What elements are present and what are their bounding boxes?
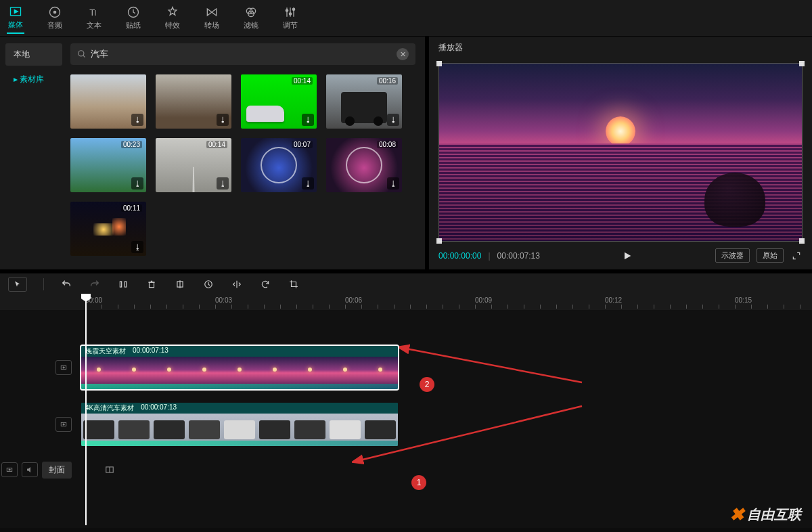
play-button[interactable] <box>622 250 633 261</box>
svg-marker-18 <box>625 252 631 259</box>
cover-button[interactable]: 封面 <box>42 462 72 479</box>
search-box[interactable]: ✕ <box>70 43 415 65</box>
sidebar-item-local[interactable]: 本地 <box>5 43 62 66</box>
resize-handle[interactable] <box>799 238 805 244</box>
ruler-mark: 00:09 <box>475 296 492 304</box>
adjust-icon <box>284 5 297 19</box>
ruler-mark: 00:12 <box>605 296 622 304</box>
timeline-clip-car[interactable]: 4K高清汽车素材00:00:07:13 <box>81 403 398 446</box>
duration-label: 00:14 <box>206 141 227 148</box>
resize-handle[interactable] <box>436 238 442 244</box>
rotate-tool[interactable] <box>259 278 271 290</box>
ruler-mark: 00:03 <box>215 296 232 304</box>
svg-point-15 <box>292 8 294 10</box>
library-thumb[interactable]: 00:07⭳ <box>241 138 317 192</box>
search-icon <box>77 49 87 59</box>
svg-marker-26 <box>63 367 65 369</box>
media-icon <box>9 5 22 18</box>
caret-right-icon: ▸ <box>14 74 18 84</box>
ruler-mark: 00:06 <box>345 296 362 304</box>
svg-rect-21 <box>150 282 154 288</box>
tab-text[interactable]: TI文本 <box>85 3 103 33</box>
download-icon[interactable]: ⭳ <box>302 177 314 190</box>
split-tool[interactable] <box>117 278 129 290</box>
svg-point-14 <box>289 13 291 15</box>
transition-icon <box>205 5 219 19</box>
tab-media[interactable]: 媒体 <box>7 2 24 34</box>
mute-icon[interactable] <box>22 462 38 477</box>
resize-handle[interactable] <box>436 61 442 66</box>
tab-transition[interactable]: 转场 <box>203 3 221 33</box>
library-thumb[interactable]: ⭳ <box>156 74 231 129</box>
speed-tool[interactable] <box>202 278 215 290</box>
clear-search-button[interactable]: ✕ <box>397 48 409 60</box>
svg-point-16 <box>78 51 84 56</box>
duration-label: 00:11 <box>121 204 142 212</box>
library-thumb[interactable]: 00:16⭳ <box>326 74 402 129</box>
svg-rect-20 <box>125 282 126 287</box>
search-input[interactable] <box>91 49 397 60</box>
delete-tool[interactable] <box>145 278 158 290</box>
sidebar-item-library[interactable]: ▸ 素材库 <box>5 68 62 91</box>
player-title: 播放器 <box>429 37 812 59</box>
download-icon[interactable]: ⭳ <box>131 177 143 190</box>
duration-label: 00:14 <box>292 77 313 85</box>
download-icon[interactable]: ⭳ <box>387 114 399 126</box>
svg-rect-19 <box>120 282 121 287</box>
tab-audio[interactable]: 音频 <box>46 3 64 33</box>
svg-line-17 <box>83 56 85 58</box>
ruler-mark: 00:15 <box>735 296 752 304</box>
sticker-icon <box>127 5 140 19</box>
playhead[interactable] <box>85 295 87 525</box>
library-thumb[interactable]: 00:14⭳ <box>156 138 231 192</box>
original-button[interactable]: 原始 <box>757 248 784 263</box>
svg-text:I: I <box>95 9 97 17</box>
svg-point-13 <box>286 9 288 12</box>
library-thumb[interactable]: 00:11⭳ <box>70 202 146 256</box>
timecode-current: 00:00:00:00 <box>438 251 481 261</box>
effect-icon <box>166 5 179 19</box>
filter-icon <box>244 5 258 19</box>
redo-button[interactable] <box>89 278 101 290</box>
expand-icon[interactable] <box>790 250 803 262</box>
track-toggle-icon[interactable] <box>55 417 72 432</box>
download-icon[interactable]: ⭳ <box>131 114 143 126</box>
duration-label: 00:16 <box>377 77 398 85</box>
download-icon[interactable]: ⭳ <box>131 241 143 253</box>
duration-label: 00:08 <box>377 141 398 148</box>
duration-label: 00:23 <box>121 141 142 148</box>
text-icon: TI <box>87 5 101 19</box>
svg-marker-1 <box>14 10 18 14</box>
download-icon[interactable]: ⭳ <box>302 114 314 126</box>
track-toggle-icon[interactable] <box>1 462 18 477</box>
download-icon[interactable]: ⭳ <box>217 114 229 126</box>
pointer-tool[interactable] <box>8 277 27 292</box>
preview-canvas[interactable] <box>438 63 803 242</box>
crop-in-tool[interactable] <box>174 278 186 290</box>
svg-marker-28 <box>63 424 65 426</box>
library-thumb[interactable]: 00:14⭳ <box>241 74 317 129</box>
crop-tool[interactable] <box>288 278 300 290</box>
timeline-clip-sky[interactable]: 晚霞天空素材00:00:07:13 <box>81 346 398 389</box>
undo-button[interactable] <box>60 278 72 290</box>
tab-adjust[interactable]: 调节 <box>281 3 299 33</box>
tab-filter[interactable]: 滤镜 <box>242 3 260 33</box>
svg-point-3 <box>53 11 55 13</box>
track-toggle-icon[interactable] <box>55 360 72 375</box>
library-thumb[interactable]: ⭳ <box>70 74 146 129</box>
download-icon[interactable]: ⭳ <box>387 177 399 190</box>
audio-icon <box>48 5 62 19</box>
duration-label: 00:07 <box>292 141 313 148</box>
timecode-total: 00:00:07:13 <box>497 251 540 261</box>
download-icon[interactable]: ⭳ <box>217 177 229 190</box>
library-thumb[interactable]: 00:23⭳ <box>70 138 146 192</box>
timeline-ruler[interactable]: 00:0000:0300:0600:0900:1200:15 <box>0 295 812 310</box>
add-clip-icon[interactable] <box>102 462 118 477</box>
library-thumb[interactable]: 00:08⭳ <box>326 138 402 192</box>
svg-marker-30 <box>9 469 11 471</box>
mirror-tool[interactable] <box>231 278 243 290</box>
resize-handle[interactable] <box>799 61 805 66</box>
scope-button[interactable]: 示波器 <box>715 248 750 263</box>
tab-sticker[interactable]: 贴纸 <box>125 3 142 33</box>
tab-effect[interactable]: 特效 <box>164 3 181 33</box>
